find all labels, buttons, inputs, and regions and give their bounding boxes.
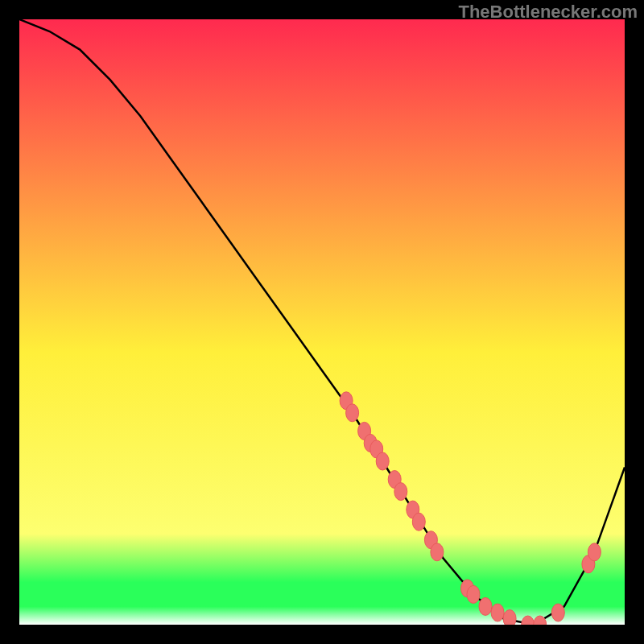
plot-frame [19, 19, 625, 625]
data-marker [551, 604, 564, 621]
chart-container: TheBottlenecker.com [0, 0, 644, 644]
data-marker [412, 513, 425, 530]
data-marker [479, 597, 492, 615]
data-marker [346, 404, 359, 422]
gradient-bg [19, 19, 625, 625]
data-marker [491, 604, 504, 621]
data-marker [431, 543, 444, 561]
watermark-text: TheBottlenecker.com [458, 2, 638, 23]
data-marker [376, 452, 389, 470]
chart-svg [19, 19, 625, 625]
data-marker [588, 543, 601, 561]
data-marker [467, 585, 480, 603]
data-marker [503, 610, 516, 625]
data-marker [394, 483, 407, 501]
